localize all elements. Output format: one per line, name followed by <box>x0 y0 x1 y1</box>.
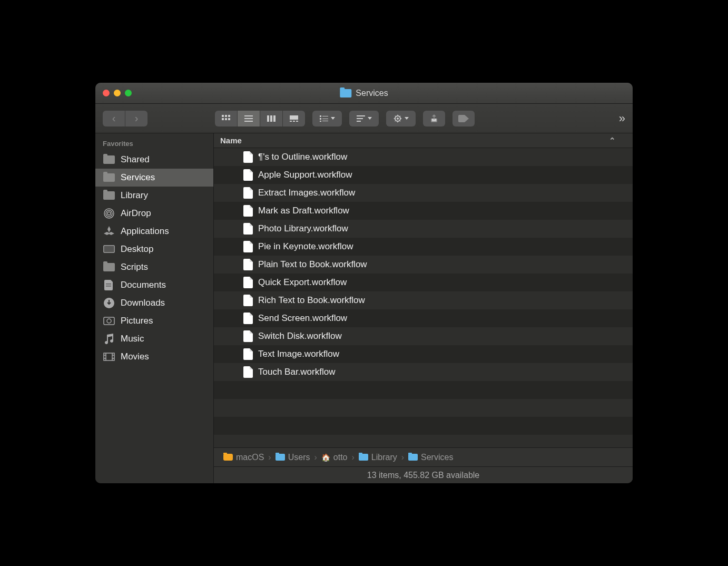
svg-rect-18 <box>320 121 321 122</box>
sidebar-item-pictures[interactable]: Pictures <box>95 312 213 330</box>
svg-rect-13 <box>290 121 292 122</box>
file-row[interactable]: Touch Bar.workflow <box>214 363 633 381</box>
svg-rect-12 <box>290 115 298 120</box>
file-name: Text Image.workflow <box>258 349 339 359</box>
file-row[interactable]: Switch Disk.workflow <box>214 327 633 345</box>
file-row[interactable]: Pie in Keynote.workflow <box>214 238 633 256</box>
file-name: Rich Text to Book.workflow <box>258 295 365 306</box>
svg-rect-35 <box>104 317 114 325</box>
svg-rect-19 <box>322 116 328 116</box>
file-name: ¶'s to Outline.workflow <box>258 152 347 162</box>
group-by-control[interactable] <box>312 111 342 126</box>
tags-button[interactable] <box>452 111 475 126</box>
sidebar-item-downloads[interactable]: Downloads <box>95 294 213 312</box>
path-item-users[interactable]: Users <box>276 453 310 462</box>
list-view-button[interactable] <box>238 111 260 126</box>
sidebar-item-desktop[interactable]: Desktop <box>95 240 213 258</box>
file-name: Touch Bar.workflow <box>258 367 335 377</box>
action-menu[interactable] <box>386 111 416 126</box>
svg-point-27 <box>107 212 111 215</box>
sidebar-item-label: Shared <box>121 154 150 165</box>
gallery-view-button[interactable] <box>283 111 305 126</box>
sidebar-item-shared[interactable]: Shared <box>95 151 213 169</box>
sidebar-item-applications[interactable]: Applications <box>95 222 213 240</box>
svg-rect-33 <box>106 286 111 287</box>
path-label: otto <box>333 453 348 462</box>
svg-rect-9 <box>267 115 269 122</box>
sidebar-item-label: Music <box>121 334 144 344</box>
path-label: macOS <box>236 453 264 462</box>
documents-icon <box>103 280 115 290</box>
empty-row <box>214 399 633 417</box>
svg-rect-31 <box>105 247 113 251</box>
file-list[interactable]: ¶'s to Outline.workflowApple Support.wor… <box>214 148 633 447</box>
file-name: Quick Export.workflow <box>258 277 347 288</box>
folder-icon <box>103 172 115 183</box>
file-name: Plain Text to Book.workflow <box>258 259 367 270</box>
svg-rect-4 <box>225 118 227 120</box>
path-label: Services <box>421 453 453 462</box>
sidebar-item-music[interactable]: Music <box>95 330 213 348</box>
forward-button[interactable]: › <box>125 111 147 126</box>
column-name-label: Name <box>220 136 242 145</box>
path-item-library[interactable]: Library <box>359 453 397 462</box>
minimize-button[interactable] <box>114 90 121 96</box>
path-item-otto[interactable]: 🏠otto <box>321 453 348 462</box>
overflow-button[interactable]: » <box>619 112 625 125</box>
chevron-down-icon <box>405 117 409 120</box>
maximize-button[interactable] <box>125 90 132 96</box>
file-row[interactable]: Extract Images.workflow <box>214 184 633 202</box>
close-button[interactable] <box>103 90 110 96</box>
sidebar-item-airdrop[interactable]: AirDrop <box>95 204 213 222</box>
sidebar-item-documents[interactable]: Documents <box>95 276 213 294</box>
file-row[interactable]: Apple Support.workflow <box>214 166 633 184</box>
svg-rect-11 <box>273 115 276 122</box>
file-row[interactable]: Photo Library.workflow <box>214 220 633 238</box>
path-item-macos[interactable]: macOS <box>223 453 264 462</box>
document-icon <box>243 241 253 252</box>
svg-rect-17 <box>320 118 321 120</box>
document-icon <box>243 169 253 181</box>
sidebar-item-scripts[interactable]: Scripts <box>95 258 213 276</box>
svg-point-26 <box>397 118 399 120</box>
svg-rect-10 <box>270 115 272 122</box>
file-name: Extract Images.workflow <box>258 188 355 198</box>
document-icon <box>243 223 253 235</box>
column-header[interactable]: Name ⌃ <box>214 133 633 148</box>
file-row[interactable]: ¶'s to Outline.workflow <box>214 148 633 166</box>
file-row[interactable]: Text Image.workflow <box>214 345 633 363</box>
sidebar-item-library[interactable]: Library <box>95 187 213 204</box>
document-icon <box>243 151 253 163</box>
share-button[interactable] <box>423 111 445 126</box>
file-row[interactable]: Mark as Draft.workflow <box>214 202 633 220</box>
document-icon <box>243 330 253 342</box>
sidebar-item-movies[interactable]: Movies <box>95 348 213 366</box>
path-label: Library <box>371 453 397 462</box>
svg-rect-2 <box>228 115 230 117</box>
path-separator: › <box>268 453 271 462</box>
file-row[interactable]: Send Screen.workflow <box>214 309 633 327</box>
file-row[interactable]: Rich Text to Book.workflow <box>214 291 633 309</box>
svg-rect-21 <box>322 121 328 121</box>
sidebar: Favorites SharedServicesLibraryAirDropAp… <box>95 133 214 483</box>
sidebar-item-services[interactable]: Services <box>95 169 213 187</box>
title-text: Services <box>356 89 388 98</box>
path-separator: › <box>314 453 317 462</box>
file-name: Apple Support.workflow <box>258 170 352 180</box>
sort-caret-icon: ⌃ <box>609 136 626 145</box>
folder-icon <box>340 89 351 97</box>
document-icon <box>243 313 253 324</box>
file-row[interactable]: Plain Text to Book.workflow <box>214 256 633 274</box>
document-icon <box>243 295 253 306</box>
svg-rect-1 <box>225 115 227 117</box>
view-group <box>215 111 305 126</box>
file-row[interactable]: Quick Export.workflow <box>214 274 633 291</box>
folder-icon <box>103 190 115 201</box>
back-button[interactable]: ‹ <box>103 111 125 126</box>
icon-view-button[interactable] <box>215 111 237 126</box>
path-item-services[interactable]: Services <box>408 453 453 462</box>
svg-rect-6 <box>244 115 253 116</box>
sidebar-item-label: Documents <box>121 280 166 290</box>
column-view-button[interactable] <box>260 111 282 126</box>
sort-control[interactable] <box>349 111 379 126</box>
